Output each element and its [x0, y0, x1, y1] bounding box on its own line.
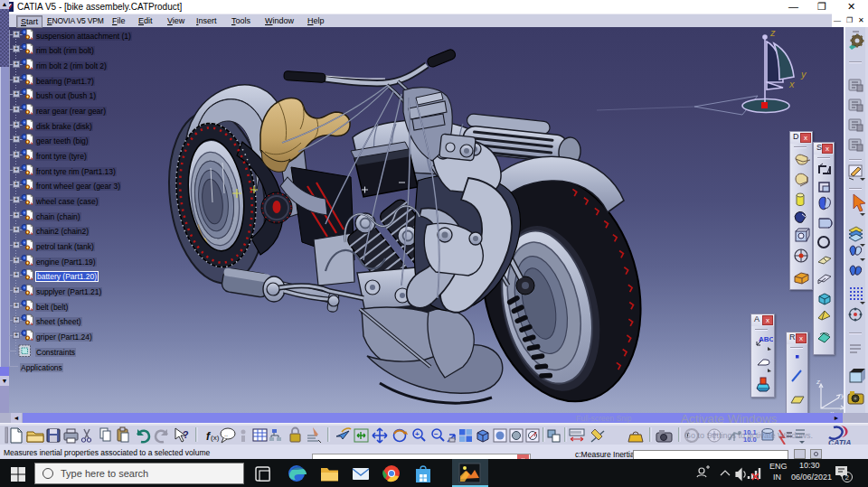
svg-text:?: ?: [183, 429, 189, 440]
svg-text:Go to Settings to activate Win: Go to Settings to activate Windows.: [684, 431, 813, 440]
svg-text:x: x: [788, 79, 795, 89]
svg-text:z: z: [769, 27, 776, 38]
svg-text:+: +: [415, 430, 420, 438]
svg-text:−: −: [434, 430, 439, 438]
svg-text:z: z: [816, 378, 820, 386]
svg-text:(x): (x): [211, 434, 220, 442]
svg-text:ABC: ABC: [759, 335, 773, 343]
svg-text:..: ..: [224, 431, 228, 437]
svg-text:y: y: [800, 69, 807, 80]
